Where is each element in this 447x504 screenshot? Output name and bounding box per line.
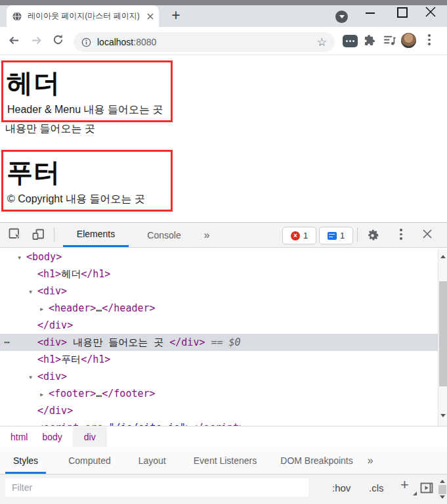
dom-token: <div>	[37, 285, 67, 297]
expand-arrow-right-icon[interactable]: ▸	[39, 300, 49, 317]
footer-subtitle: © Copyright 내용 들어오는 곳	[7, 193, 145, 206]
tab-close-icon[interactable]	[147, 13, 154, 20]
browser-menu-icon[interactable]	[428, 34, 431, 45]
toggle-class-button[interactable]: .cls	[369, 474, 384, 501]
devtools-close-icon[interactable]	[421, 228, 433, 240]
dom-token: <header>	[49, 302, 96, 314]
new-style-rule-dropdown-icon[interactable]	[413, 492, 417, 495]
breadcrumb-body[interactable]: body	[38, 427, 66, 447]
tab-dom-breakpoints[interactable]: DOM Breakpoints	[272, 447, 360, 474]
header-box: 헤더 Header & Menu 내용 들어오는 곳	[1, 60, 173, 122]
dom-tree-row[interactable]: ▾<div>	[0, 368, 438, 385]
dom-token: 헤더	[61, 268, 81, 280]
dom-token: …	[96, 302, 102, 314]
dom-tree: ▾<body><h1>헤더</h1>▾<div>▸<header>…</head…	[0, 248, 438, 426]
dom-token: </footer>	[102, 388, 155, 400]
dom-token: </header>	[102, 302, 155, 314]
dom-tree-row[interactable]: ▾<body>	[0, 248, 438, 265]
dom-token: <div>	[37, 336, 67, 348]
dom-tree-row[interactable]: <script src="/js/site.js"></script>	[0, 419, 438, 426]
dom-tree-row[interactable]: <h1>푸터</h1>	[0, 351, 438, 368]
scroll-up-icon[interactable]	[440, 477, 445, 483]
dom-token: 푸터	[61, 354, 81, 365]
browser-tab[interactable]: 레이아웃 페이지(마스터 페이지)	[7, 5, 159, 27]
dom-tree-row[interactable]: ⋯<div> 내용만 들어오는 곳 </div> == $0	[0, 334, 438, 351]
breadcrumb-div[interactable]: div	[73, 427, 107, 447]
tab-console[interactable]: Console	[139, 223, 189, 247]
forward-icon[interactable]	[30, 34, 43, 47]
window-close-button[interactable]	[424, 5, 437, 18]
bookmark-star-icon[interactable]: ☆	[317, 37, 327, 48]
media-playlist-icon[interactable]	[383, 34, 396, 47]
tab-layout[interactable]: Layout	[131, 447, 174, 474]
content-text: 내용만 들어오는 곳	[5, 122, 95, 136]
dom-tree-row[interactable]: </div>	[0, 317, 438, 334]
breadcrumb: html body div	[0, 426, 447, 447]
styles-pane-tabs: Styles Computed Layout Event Listeners D…	[0, 447, 447, 474]
dom-token: </div>	[37, 319, 73, 331]
dom-token: </div>	[37, 405, 73, 417]
tab-styles[interactable]: Styles	[5, 447, 46, 474]
profile-avatar[interactable]	[401, 33, 416, 48]
globe-favicon-icon	[12, 11, 22, 22]
browser-update-icon[interactable]	[335, 11, 348, 23]
error-badge[interactable]: × 1	[282, 227, 316, 244]
more-sidebar-tabs-chevron-icon[interactable]: »	[368, 455, 373, 467]
toggle-sidebar-icon[interactable]	[420, 482, 434, 494]
expand-arrow-down-icon[interactable]: ▾	[28, 369, 37, 386]
browser-window: 레이아웃 페이지(마스터 페이지) + localhost:8080 ☆ 헤	[0, 0, 447, 504]
new-style-rule-button[interactable]: +	[400, 476, 409, 493]
dom-tree-row[interactable]: ▾<div>	[0, 283, 438, 300]
inspect-element-icon[interactable]	[8, 227, 22, 241]
tab-computed[interactable]: Computed	[60, 447, 119, 474]
url-text: localhost:8080	[97, 37, 156, 47]
devtools-menu-icon[interactable]	[400, 229, 402, 240]
minimize-button[interactable]	[366, 12, 375, 14]
styles-filter-input[interactable]	[5, 478, 309, 497]
extension-badge-icon[interactable]	[343, 35, 358, 47]
dom-tree-scrollbar[interactable]	[438, 248, 447, 426]
dom-token: <footer>	[49, 388, 96, 400]
row-overflow-dots-icon[interactable]: ⋯	[4, 334, 10, 351]
error-count: 1	[303, 231, 308, 241]
dom-tree-row[interactable]: ▸<header>…</header>	[0, 300, 438, 317]
dom-token: </h1>	[81, 354, 110, 365]
styles-pane-scrollbar[interactable]	[438, 474, 447, 504]
scroll-up-icon[interactable]	[440, 252, 446, 258]
message-icon	[328, 232, 337, 240]
toolbar-divider	[54, 227, 54, 242]
dom-token: …	[96, 388, 102, 400]
breadcrumb-html[interactable]: html	[7, 427, 32, 447]
message-badge[interactable]: 1	[319, 227, 353, 244]
reload-icon[interactable]	[52, 34, 64, 46]
footer-box: 푸터 © Copyright 내용 들어오는 곳	[1, 150, 173, 212]
scrollbar-thumb[interactable]	[439, 281, 447, 386]
site-info-icon[interactable]	[81, 37, 91, 47]
dom-tree-row[interactable]: </div>	[0, 402, 438, 419]
toggle-hover-button[interactable]: :hov	[332, 474, 351, 501]
settings-gear-icon[interactable]	[365, 228, 380, 243]
omnibox[interactable]: localhost:8080 ☆	[74, 32, 335, 52]
expand-arrow-right-icon[interactable]: ▸	[39, 386, 49, 403]
dom-token: <h1>	[37, 354, 61, 365]
new-tab-button[interactable]: +	[167, 6, 185, 24]
styles-filter-bar: :hov .cls +	[0, 474, 447, 504]
dom-token: == $0	[205, 336, 240, 348]
more-panels-chevron-icon[interactable]: »	[197, 223, 217, 247]
device-toolbar-icon[interactable]	[32, 227, 45, 241]
tab-elements[interactable]: Elements	[63, 223, 129, 247]
extensions-puzzle-icon[interactable]	[363, 34, 376, 47]
tab-event-listeners[interactable]: Event Listeners	[186, 447, 265, 474]
back-icon[interactable]	[8, 34, 20, 47]
dom-token: 내용만 들어오는 곳	[67, 336, 169, 348]
dom-tree-row[interactable]: <h1>헤더</h1>	[0, 265, 438, 283]
scrollbar-thumb[interactable]	[438, 485, 446, 494]
dom-tree-row[interactable]: ▸<footer>…</footer>	[0, 385, 438, 402]
expand-arrow-down-icon[interactable]: ▾	[17, 249, 26, 266]
error-icon: ×	[291, 231, 300, 241]
dom-token: <h1>	[37, 268, 61, 280]
scroll-down-icon[interactable]	[440, 495, 445, 501]
expand-arrow-down-icon[interactable]: ▾	[28, 283, 37, 300]
maximize-button[interactable]	[397, 7, 408, 18]
scroll-down-icon[interactable]	[440, 414, 446, 420]
